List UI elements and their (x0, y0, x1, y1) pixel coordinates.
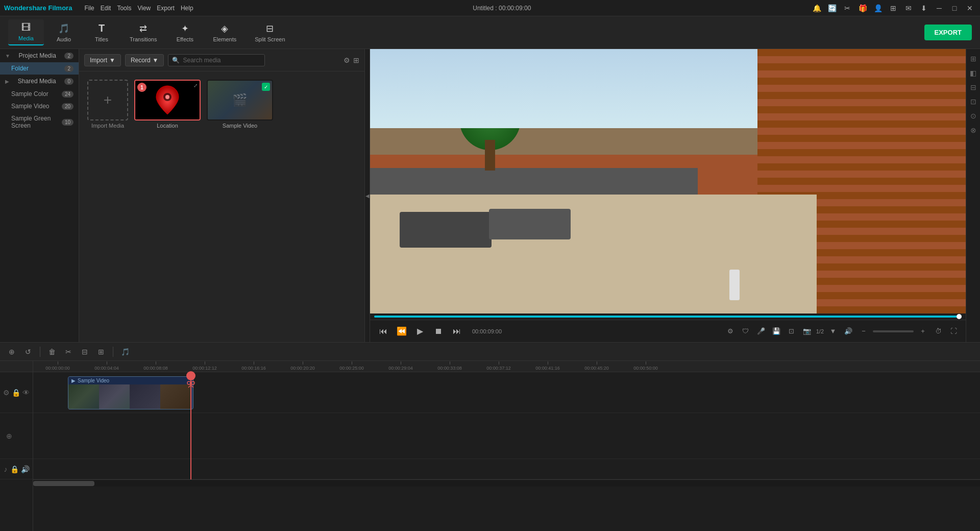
export-button[interactable]: EXPORT (924, 25, 972, 40)
clip-thumbnails (68, 384, 193, 409)
timer-icon[interactable]: ⏱ (932, 325, 944, 337)
zoom-plus-icon[interactable]: + (917, 325, 929, 337)
effects-icon: ✦ (181, 23, 189, 34)
refresh-icon[interactable]: 🔄 (826, 2, 838, 14)
audio-vol-icon[interactable]: 🔊 (21, 463, 30, 475)
maximize-btn[interactable]: □ (948, 2, 961, 14)
timeline-scrollbar[interactable] (33, 479, 980, 487)
toolbar-media[interactable]: 🎞 Media (8, 19, 44, 45)
menu-edit[interactable]: Edit (101, 5, 111, 12)
media-thumb-location[interactable]: 1 (134, 80, 201, 129)
settings-icon[interactable]: ⚙ (724, 325, 737, 337)
scissors-icon[interactable]: ✂ (841, 2, 853, 14)
record-dropdown[interactable]: Record ▼ (125, 54, 164, 66)
tl-copy-icon[interactable]: ⊞ (94, 345, 108, 358)
crop-icon[interactable]: ⊡ (786, 325, 798, 337)
audio-lock-icon[interactable]: 🔒 (10, 463, 19, 475)
menu-file[interactable]: File (84, 5, 94, 12)
fullscreen-icon[interactable]: ⛶ (947, 325, 960, 337)
parked-car-2 (489, 209, 571, 239)
tl-audio-icon[interactable]: 🎵 (118, 345, 132, 358)
expand-icon: ⤢ (193, 83, 198, 88)
grid-icon[interactable]: ⊞ (887, 2, 899, 14)
tl-trash-icon[interactable]: 🗑 (45, 345, 59, 358)
menu-tools[interactable]: Tools (117, 5, 131, 12)
video-clip[interactable]: ▶ Sample Video (68, 376, 193, 409)
menu-help[interactable]: Help (181, 5, 193, 12)
menu-view[interactable]: View (137, 5, 151, 12)
zoom-slider[interactable] (873, 330, 914, 332)
ruler-time-2: 00:00:08:08 (143, 366, 168, 371)
title-bar-right: 🔔 🔄 ✂ 🎁 👤 ⊞ ✉ ⬇ ─ □ ✕ (811, 2, 976, 14)
sidebar-item-folder[interactable]: Folder 2 (0, 62, 79, 75)
rt-btn-6[interactable]: ⊗ (968, 125, 979, 136)
audio-icon[interactable]: ♪ (3, 463, 8, 475)
skip-forward-btn[interactable]: ⏭ (450, 324, 464, 339)
mail-icon[interactable]: ✉ (902, 2, 915, 14)
search-input[interactable] (168, 54, 265, 66)
sidebar-item-sample-green[interactable]: Sample Green Screen 10 (0, 112, 79, 132)
toolbar-effects[interactable]: ✦ Effects (167, 20, 203, 45)
toolbar-transitions[interactable]: ⇄ Transitions (121, 20, 165, 45)
video-track-eye[interactable]: 👁 (22, 387, 30, 399)
progress-bar[interactable] (374, 316, 962, 318)
import-dropdown[interactable]: Import ▼ (84, 54, 121, 66)
panel-collapse-handle[interactable]: ◀ (365, 49, 370, 342)
scrollbar-thumb[interactable] (33, 481, 94, 486)
sidebar-item-sample-color[interactable]: Sample Color 24 (0, 88, 79, 100)
camera-icon[interactable]: 📷 (801, 325, 813, 337)
import-media-button[interactable]: + (87, 80, 128, 120)
toolbar-titles[interactable]: T Titles (84, 19, 119, 45)
mic-icon[interactable]: 🎤 (755, 325, 767, 337)
playhead[interactable] (190, 372, 191, 479)
splitscreen-label: Split Screen (255, 36, 285, 42)
rt-btn-5[interactable]: ⊙ (968, 110, 979, 122)
menu-export[interactable]: Export (157, 5, 175, 12)
tl-refresh-icon[interactable]: ↺ (21, 345, 35, 358)
zoom-minus-icon[interactable]: − (857, 325, 870, 337)
tl-cut-icon[interactable]: ✂ (62, 345, 75, 358)
minimize-btn[interactable]: ─ (933, 2, 945, 14)
skip-back-btn[interactable]: ⏮ (376, 324, 390, 339)
sidebar-item-sample-video[interactable]: Sample Video 20 (0, 100, 79, 112)
location-badge: 1 (137, 83, 146, 92)
ruler-line (548, 361, 548, 365)
ruler-mark-12: 00:00:50:00 (621, 361, 670, 371)
grid-view-icon[interactable]: ⊞ (353, 56, 359, 64)
video-track-row: ▶ Sample Video (33, 372, 980, 413)
chevron-down-speed[interactable]: ▼ (827, 325, 839, 337)
bell-icon[interactable]: 🔔 (811, 2, 823, 14)
filter-icon[interactable]: ⚙ (344, 56, 350, 64)
toolbar-splitscreen[interactable]: ⊟ Split Screen (247, 20, 293, 45)
toolbar-audio[interactable]: 🎵 Audio (46, 20, 82, 45)
media-icon: 🎞 (21, 22, 31, 33)
gift-icon[interactable]: 🎁 (856, 2, 869, 14)
shared-media-count: 0 (64, 78, 74, 85)
ruler-line (401, 361, 401, 365)
sidebar-project-media[interactable]: ▼ Project Media 2 (0, 49, 79, 62)
save-icon[interactable]: 💾 (770, 325, 782, 337)
shield-icon[interactable]: 🛡 (740, 325, 752, 337)
rt-btn-3[interactable]: ⊟ (968, 82, 979, 93)
toolbar-elements[interactable]: ◈ Elements (205, 20, 244, 45)
media-thumb-sample-video[interactable]: 🎬 ✓ Sample Video (207, 80, 273, 129)
rt-btn-4[interactable]: ⊡ (968, 96, 979, 107)
stop-btn[interactable]: ⏹ (431, 324, 446, 339)
play-btn[interactable]: ▶ (413, 324, 427, 339)
close-btn[interactable]: ✕ (964, 2, 976, 14)
person-icon[interactable]: 👤 (872, 2, 884, 14)
ruler-spacer (0, 361, 33, 372)
tl-split-icon[interactable]: ⊟ (78, 345, 91, 358)
tl-add-icon[interactable]: ⊕ (5, 345, 18, 358)
volume-icon[interactable]: 🔊 (842, 325, 854, 337)
title-text: Untitled : 00:00:09:00 (473, 5, 531, 12)
audio-icon: 🎵 (58, 23, 69, 34)
rt-btn-1[interactable]: ⊞ (968, 53, 979, 64)
sidebar-shared-media[interactable]: ▶ Shared Media 0 (0, 75, 79, 88)
empty-track-icon[interactable]: ⊕ (3, 430, 15, 442)
video-track-lock[interactable]: 🔒 (12, 387, 20, 399)
video-track-settings[interactable]: ⚙ (3, 387, 10, 399)
step-back-btn[interactable]: ⏪ (395, 324, 409, 339)
download-icon[interactable]: ⬇ (918, 2, 930, 14)
rt-btn-2[interactable]: ◧ (968, 67, 979, 79)
